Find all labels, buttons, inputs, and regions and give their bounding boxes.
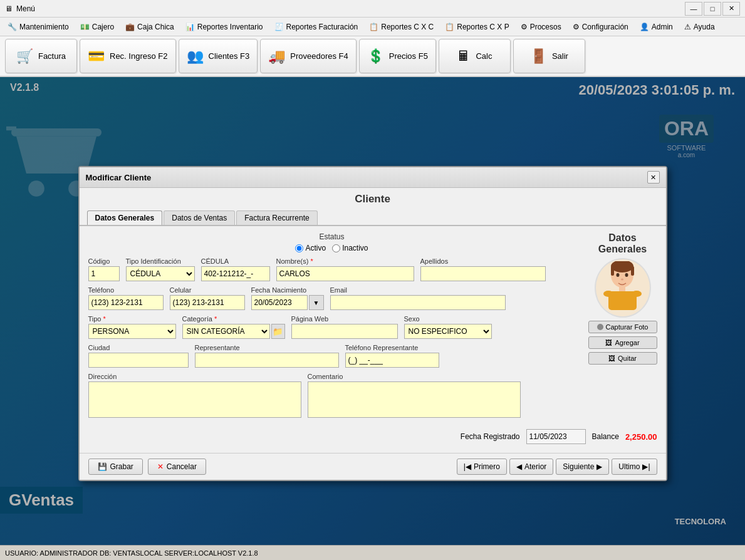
select-tipo[interactable]: PERSONA (88, 324, 176, 339)
input-pagina-web[interactable] (291, 324, 398, 339)
menu-caja-chica[interactable]: 💼 Caja Chica (120, 20, 179, 34)
label-codigo: Código (88, 257, 120, 265)
label-representante: Representante (195, 344, 339, 351)
label-ciudad: Ciudad (88, 344, 189, 351)
balance-label: Balance (592, 432, 619, 441)
menu-reportes-cxc[interactable]: 📋 Reportes C X C (364, 20, 439, 34)
group-direccion: Dirección (88, 373, 301, 418)
reportes-cxp-icon: 📋 (445, 23, 454, 31)
datos-generales-title: Datos Generales (588, 232, 657, 255)
label-telefono: Teléfono (88, 286, 164, 294)
fecha-reg-label: Fecha Registrado (461, 432, 520, 441)
menu-procesos[interactable]: ⚙ Procesos (516, 20, 566, 34)
avatar-container (595, 258, 651, 318)
minimize-button[interactable]: — (685, 2, 702, 16)
row-telefono-email: Teléfono Celular Fecha Nacimiento (88, 286, 576, 310)
right-panel: Datos Generales (582, 232, 657, 365)
group-codigo: Código (88, 257, 120, 281)
input-tel-rep[interactable] (345, 353, 439, 368)
modal-close-button[interactable]: ✕ (647, 171, 660, 184)
select-tipo-id[interactable]: CÉDULA (126, 266, 195, 281)
ultimo-button[interactable]: Ultimo ▶| (612, 459, 657, 475)
siguiente-button[interactable]: Siguiente ▶ (556, 459, 609, 475)
group-fecha-nac: Fecha Nacimiento ▼ (251, 286, 324, 310)
calc-button[interactable]: 🖩 Calc (439, 39, 511, 73)
ayuda-icon: ⚠ (684, 23, 691, 31)
label-cedula: CÉDULA (201, 257, 270, 265)
caja-chica-icon: 💼 (125, 23, 135, 31)
row-direccion-comentario: Dirección Comentario (88, 373, 576, 418)
configuracion-icon: ⚙ (573, 23, 580, 31)
menu-cajero[interactable]: 💵 Cajero (75, 20, 119, 34)
capturar-foto-button[interactable]: Capturar Foto (588, 321, 657, 333)
group-nombres: Nombre(s) * (276, 257, 414, 281)
menu-ayuda[interactable]: ⚠ Ayuda (679, 20, 720, 34)
svg-point-14 (603, 291, 613, 297)
date-picker-button[interactable]: ▼ (309, 295, 324, 310)
agregar-foto-button[interactable]: 🖼 Agregar (588, 336, 657, 349)
menu-reportes-facturacion[interactable]: 🧾 Reportes Facturación (269, 20, 363, 34)
app-icon: 🖥 (5, 4, 13, 13)
menu-mantenimiento[interactable]: 🔧 Mantenimiento (3, 20, 74, 34)
avatar-image (599, 261, 646, 314)
salir-button[interactable]: 🚪 Salir (513, 39, 585, 73)
calc-icon: 🖩 (457, 48, 471, 65)
reportes-cxc-icon: 📋 (369, 23, 378, 31)
menu-configuracion[interactable]: ⚙ Configuración (568, 20, 633, 34)
radio-inactivo[interactable]: Inactivo (332, 244, 368, 252)
input-codigo[interactable] (88, 266, 120, 281)
input-telefono[interactable] (88, 295, 164, 310)
input-nombres[interactable] (276, 266, 414, 281)
menu-reportes-inventario[interactable]: 📊 Reportes Inventario (180, 20, 268, 34)
radio-activo[interactable]: Activo (295, 244, 326, 252)
select-categoria[interactable]: SIN CATEGORÍA (182, 324, 270, 339)
main-area: V2.1.8 20/05/2023 3:01:05 p. m. GVentas … (0, 77, 745, 545)
input-representante[interactable] (195, 353, 339, 368)
label-celular: Celular (170, 286, 245, 294)
categoria-browse-button[interactable]: 📁 (271, 324, 285, 339)
label-pagina-web: Página Web (291, 315, 398, 323)
quitar-foto-button[interactable]: 🖼 Quitar (588, 352, 657, 365)
group-tipo: Tipo * PERSONA (88, 315, 176, 339)
select-sexo[interactable]: NO ESPECIFICO (404, 324, 492, 339)
first-icon: |◀ (464, 462, 471, 471)
group-pagina-web: Página Web (291, 315, 398, 339)
factura-button[interactable]: 🛒 Factura (5, 39, 77, 73)
precios-button[interactable]: 💲 Precios F5 (359, 39, 436, 73)
procesos-icon: ⚙ (521, 23, 528, 31)
save-cancel-group: 💾 Grabar ✕ Cancelar (88, 459, 206, 475)
cancelar-button[interactable]: ✕ Cancelar (148, 459, 206, 475)
tab-datos-ventas[interactable]: Datos de Ventas (164, 210, 235, 225)
modal-title-text: Modificar Cliente (86, 173, 152, 182)
label-nombres: Nombre(s) * (276, 257, 414, 265)
input-cedula[interactable] (201, 266, 270, 281)
label-apellidos: Apellidos (420, 257, 546, 265)
close-button[interactable]: ✕ (722, 2, 740, 16)
input-apellidos[interactable] (420, 266, 546, 281)
input-email[interactable] (330, 295, 506, 310)
toolbar: 🛒 Factura 💳 Rec. Ingreso F2 👥 Clientes F… (0, 36, 745, 77)
svg-rect-7 (611, 266, 614, 276)
reportes-facturacion-icon: 🧾 (274, 23, 284, 31)
grabar-button[interactable]: 💾 Grabar (88, 459, 143, 475)
input-fecha-nac[interactable] (251, 295, 308, 310)
input-ciudad[interactable] (88, 353, 189, 368)
tab-datos-generales[interactable]: Datos Generales (87, 210, 163, 225)
proveedores-button[interactable]: 🚚 Proveedores F4 (260, 39, 357, 73)
aterior-button[interactable]: ◀ Aterior (509, 459, 553, 475)
textarea-direccion[interactable] (88, 381, 301, 418)
label-tipo-id: Tipo Identificación (126, 257, 195, 265)
title-bar: 🖥 Menú — □ ✕ (0, 0, 745, 18)
input-celular[interactable] (170, 295, 245, 310)
group-sexo: Sexo NO ESPECIFICO (404, 315, 492, 339)
menu-admin[interactable]: 👤 Admin (635, 20, 678, 34)
textarea-comentario[interactable] (308, 381, 521, 418)
primero-button[interactable]: |◀ Primero (457, 459, 507, 475)
rec-ingreso-button[interactable]: 💳 Rec. Ingreso F2 (80, 39, 176, 73)
tab-factura-recurrente[interactable]: Factura Recurrente (236, 210, 317, 225)
menu-reportes-cxp[interactable]: 📋 Reportes C X P (440, 20, 514, 34)
maximize-button[interactable]: □ (704, 2, 721, 16)
cajero-icon: 💵 (80, 23, 90, 31)
label-fecha-nac: Fecha Nacimiento (251, 286, 324, 294)
clientes-button[interactable]: 👥 Clientes F3 (179, 39, 258, 73)
